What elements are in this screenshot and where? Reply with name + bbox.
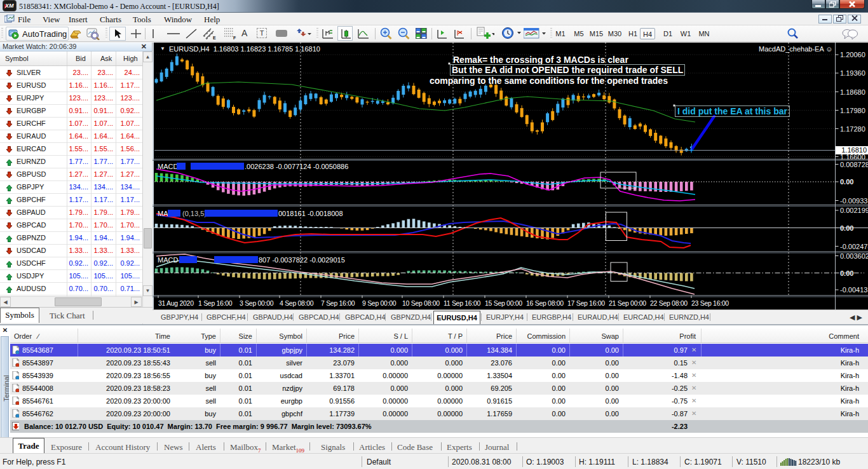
svg-text:E: E [213, 36, 216, 40]
svg-text:F: F [233, 36, 236, 40]
